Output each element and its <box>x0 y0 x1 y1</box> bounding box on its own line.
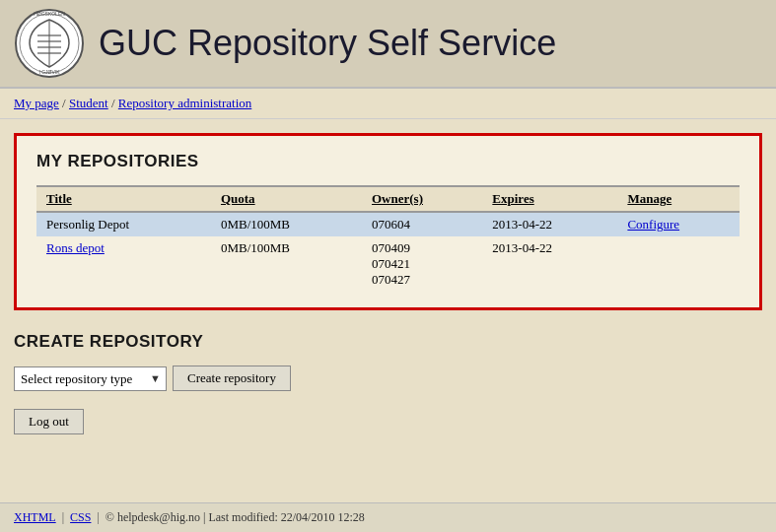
repo-title-cell[interactable]: Rons depot <box>36 236 211 292</box>
footer-sep1: | <box>62 510 64 525</box>
my-repositories-section: MY REPOSITORIES Title Quota Owner(s) Exp… <box>14 133 762 310</box>
col-quota: Quota <box>211 186 362 212</box>
breadcrumb-sep1: / <box>62 96 69 110</box>
breadcrumb: My page / Student / Repository administr… <box>0 89 776 119</box>
owner-3: 070427 <box>372 272 472 288</box>
breadcrumb-student[interactable]: Student <box>69 96 108 110</box>
breadcrumb-repoadmin[interactable]: Repository administration <box>118 96 251 110</box>
breadcrumb-sep2: / <box>111 96 118 110</box>
create-repository-controls: Select repository typeGitSVN ▼ Create re… <box>14 366 762 391</box>
owner-2: 070421 <box>372 256 472 272</box>
main-content: MY REPOSITORIES Title Quota Owner(s) Exp… <box>0 119 776 476</box>
svg-text:I GJØVIK: I GJØVIK <box>38 69 60 75</box>
table-header-row: Title Quota Owner(s) Expires Manage <box>36 186 740 212</box>
table-row: Personlig Depot 0MB/100MB 070604 2013-04… <box>36 212 740 236</box>
col-manage: Manage <box>617 186 740 212</box>
owner-1: 070409 <box>372 240 472 256</box>
repo-type-select[interactable]: Select repository typeGitSVN <box>14 366 167 391</box>
site-header: HØGSKOLEN I GJØVIK GUC Repository Self S… <box>0 0 776 89</box>
footer-info: © helpdesk@hig.no | Last modified: 22/04… <box>106 510 365 525</box>
repo-owners-cell: 070604 <box>362 212 482 236</box>
create-repository-title: CREATE REPOSITORY <box>14 332 762 352</box>
repo-quota-cell: 0MB/100MB <box>211 236 362 292</box>
repo-manage-cell <box>617 236 740 292</box>
repo-expires-cell: 2013-04-22 <box>482 236 617 292</box>
col-expires: Expires <box>482 186 617 212</box>
repo-manage-cell[interactable]: Configure <box>617 212 740 236</box>
site-title: GUC Repository Self Service <box>99 23 556 64</box>
svg-text:HØGSKOLEN: HØGSKOLEN <box>34 11 65 17</box>
table-row: Rons depot 0MB/100MB 070409 070421 07042… <box>36 236 740 292</box>
repo-type-select-wrapper[interactable]: Select repository typeGitSVN ▼ <box>14 366 167 391</box>
site-logo: HØGSKOLEN I GJØVIK <box>14 8 85 79</box>
my-repositories-title: MY REPOSITORIES <box>36 152 740 171</box>
repositories-table: Title Quota Owner(s) Expires Manage Pers… <box>36 185 740 292</box>
repo-title-cell: Personlig Depot <box>36 212 211 236</box>
page-footer: XHTML | CSS | © helpdesk@hig.no | Last m… <box>0 502 776 532</box>
repo-owners-cell: 070409 070421 070427 <box>362 236 482 292</box>
create-repository-section: CREATE REPOSITORY Select repository type… <box>14 328 762 462</box>
logo-area: HØGSKOLEN I GJØVIK GUC Repository Self S… <box>14 8 556 79</box>
breadcrumb-mypage[interactable]: My page <box>14 96 59 110</box>
col-owners: Owner(s) <box>362 186 482 212</box>
footer-sep2: | <box>97 510 99 525</box>
repo-title-text: Personlig Depot <box>46 217 129 232</box>
css-link[interactable]: CSS <box>70 510 91 525</box>
xhtml-link[interactable]: XHTML <box>14 510 56 525</box>
repo-title-link[interactable]: Rons depot <box>46 240 105 255</box>
repo-expires-cell: 2013-04-22 <box>482 212 617 236</box>
create-repository-button[interactable]: Create repository <box>173 366 291 391</box>
logout-button[interactable]: Log out <box>14 409 84 434</box>
configure-link[interactable]: Configure <box>627 217 679 232</box>
col-title: Title <box>36 186 211 212</box>
repo-quota-cell: 0MB/100MB <box>211 212 362 236</box>
